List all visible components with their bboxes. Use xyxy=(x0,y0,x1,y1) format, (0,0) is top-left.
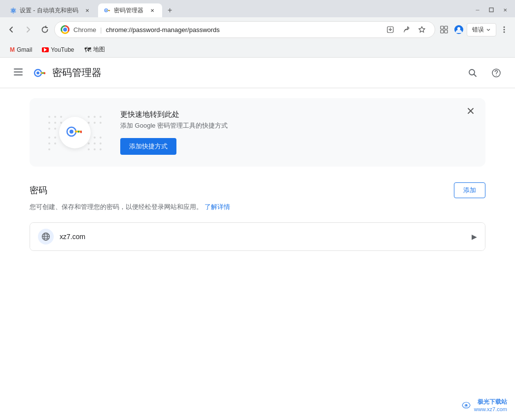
svg-point-32 xyxy=(54,116,56,118)
svg-point-52 xyxy=(88,148,90,150)
svg-point-34 xyxy=(48,122,50,124)
svg-rect-17 xyxy=(14,69,23,70)
svg-rect-24 xyxy=(42,72,44,74)
bookmark-maps[interactable]: 🗺 地图 xyxy=(80,44,109,55)
menu-dots-icon xyxy=(500,26,508,34)
reload-button[interactable] xyxy=(37,22,52,37)
add-shortcut-button[interactable]: 添加快捷方式 xyxy=(120,138,176,155)
maps-icon: 🗺 xyxy=(84,46,91,54)
menu-button[interactable] xyxy=(497,23,511,36)
share-icon xyxy=(403,26,410,33)
hamburger-menu-button[interactable] xyxy=(10,64,27,82)
minimize-button[interactable]: ─ xyxy=(472,5,483,14)
svg-point-44 xyxy=(94,122,96,124)
bookmarks-bar: M Gmail YouTube 🗺 地图 xyxy=(0,42,515,58)
learn-more-link[interactable]: 了解详情 xyxy=(205,203,230,210)
hamburger-icon xyxy=(14,69,23,75)
svg-point-40 xyxy=(88,116,90,118)
maximize-button[interactable] xyxy=(485,5,497,14)
page-header: 密码管理器 xyxy=(0,58,515,88)
svg-point-62 xyxy=(69,130,73,134)
search-icon xyxy=(468,69,477,77)
watermark: 极光下载站 www.xz7.com xyxy=(460,398,507,412)
back-button[interactable] xyxy=(4,22,19,37)
svg-rect-3 xyxy=(109,10,109,11)
svg-point-21 xyxy=(36,71,39,74)
site-name: xz7.com xyxy=(60,233,466,241)
svg-point-51 xyxy=(100,142,102,144)
close-icon xyxy=(467,107,474,114)
svg-point-37 xyxy=(48,128,50,130)
tab-settings-close[interactable]: ✕ xyxy=(83,6,91,14)
svg-point-54 xyxy=(100,148,102,150)
share-icon-btn[interactable] xyxy=(399,23,413,36)
svg-point-53 xyxy=(94,148,96,150)
page-body: 更快速地转到此处 添加 Google 密码管理工具的快捷方式 添加快捷方式 密码… xyxy=(0,88,515,261)
svg-rect-18 xyxy=(14,71,23,72)
svg-rect-9 xyxy=(445,26,447,29)
address-bar-actions xyxy=(383,23,429,36)
bookmark-youtube[interactable]: YouTube xyxy=(38,45,78,54)
passwords-section-header: 密码 添加 xyxy=(30,182,485,198)
svg-point-31 xyxy=(48,116,50,118)
error-button[interactable]: 错误 xyxy=(467,23,496,36)
content-area: 密码管理器 xyxy=(0,58,515,420)
chevron-right-icon: ▶ xyxy=(472,233,477,241)
promo-card: 更快速地转到此处 添加 Google 密码管理工具的快捷方式 添加快捷方式 xyxy=(30,98,485,167)
svg-point-50 xyxy=(94,142,96,144)
url-prefix: Chrome xyxy=(73,26,96,34)
address-bar[interactable]: Chrome | chrome://password-manager/passw… xyxy=(54,21,435,38)
help-button[interactable] xyxy=(487,64,505,82)
password-list: xz7.com ▶ xyxy=(30,222,485,251)
svg-point-55 xyxy=(48,137,50,139)
key-tab-icon xyxy=(104,7,111,14)
svg-point-49 xyxy=(88,142,90,144)
svg-point-1 xyxy=(105,10,107,11)
tab-settings-label: 设置 - 自动填充和密码 xyxy=(20,6,78,15)
profile-button[interactable] xyxy=(452,23,466,36)
bookmark-maps-label: 地图 xyxy=(93,45,105,54)
tab-password-manager-label: 密码管理器 xyxy=(114,6,143,15)
svg-line-26 xyxy=(474,74,477,76)
download-icon-btn[interactable] xyxy=(383,23,397,36)
svg-point-14 xyxy=(504,27,505,28)
page-title: 密码管理器 xyxy=(52,66,458,79)
svg-point-41 xyxy=(94,116,96,118)
svg-rect-23 xyxy=(44,72,45,74)
bookmark-icon-btn[interactable] xyxy=(415,23,429,36)
back-icon xyxy=(7,26,15,34)
svg-rect-5 xyxy=(489,8,493,12)
promo-close-button[interactable] xyxy=(464,104,478,118)
svg-rect-64 xyxy=(80,131,82,133)
svg-point-47 xyxy=(94,137,96,139)
bookmark-gmail[interactable]: M Gmail xyxy=(6,45,36,54)
bookmark-gmail-label: Gmail xyxy=(17,46,32,53)
section-desc-text: 您可创建、保存和管理您的密码，以便经松登录网站和应用。 xyxy=(30,203,203,210)
settings-tab-icon xyxy=(10,7,17,14)
close-button[interactable]: ✕ xyxy=(499,5,511,14)
search-button[interactable] xyxy=(464,64,481,82)
extensions-icon-btn[interactable] xyxy=(437,23,451,36)
site-favicon xyxy=(38,229,54,245)
tab-password-manager-close[interactable]: ✕ xyxy=(148,6,156,14)
promo-text: 更快速地转到此处 添加 Google 密码管理工具的快捷方式 添加快捷方式 xyxy=(120,110,470,155)
tab-password-manager[interactable]: 密码管理器 ✕ xyxy=(98,3,162,17)
forward-icon xyxy=(24,26,32,34)
error-label: 错误 xyxy=(472,26,484,34)
gmail-icon: M xyxy=(10,46,15,53)
right-nav-icons: 错误 xyxy=(437,23,511,36)
password-item[interactable]: xz7.com ▶ xyxy=(30,223,485,250)
svg-point-28 xyxy=(496,74,497,75)
promo-title: 更快速地转到此处 xyxy=(120,110,470,119)
globe-icon xyxy=(41,232,50,241)
forward-button[interactable] xyxy=(21,22,35,37)
bookmark-youtube-label: YouTube xyxy=(51,46,74,53)
passwords-section-description: 您可创建、保存和管理您的密码，以便经松登录网站和应用。 了解详情 xyxy=(30,202,485,212)
svg-rect-19 xyxy=(14,74,23,75)
extensions-icon xyxy=(440,26,448,34)
password-manager-logo xyxy=(33,66,46,80)
add-password-button[interactable]: 添加 xyxy=(454,182,485,198)
svg-point-45 xyxy=(100,122,102,124)
tab-settings[interactable]: 设置 - 自动填充和密码 ✕ xyxy=(4,3,97,17)
new-tab-button[interactable]: + xyxy=(163,3,177,17)
